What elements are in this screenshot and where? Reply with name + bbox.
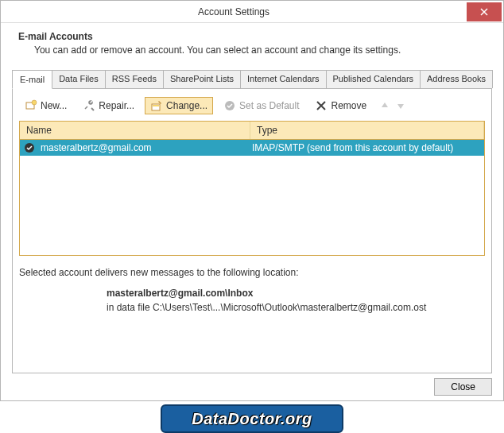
delivery-path: in data file C:\Users\Test\...\Microsoft… — [107, 302, 485, 313]
arrow-up-icon — [380, 101, 390, 110]
remove-button[interactable]: Remove — [309, 97, 372, 114]
new-icon — [25, 99, 37, 112]
tab-sharepoint-lists[interactable]: SharePoint Lists — [163, 70, 241, 88]
svg-point-1 — [32, 100, 37, 105]
checkmark-icon — [223, 99, 236, 112]
list-header: Name Type — [20, 122, 484, 140]
accounts-list: Name Type masteralbertz@gmail.com IMAP/S… — [19, 121, 485, 256]
tab-published-calendars[interactable]: Published Calendars — [326, 70, 421, 88]
remove-icon — [315, 99, 328, 112]
tab-rss-feeds[interactable]: RSS Feeds — [105, 70, 164, 88]
header-heading: E-mail Accounts — [18, 31, 492, 42]
set-default-button[interactable]: Set as Default — [218, 97, 304, 114]
watermark: DataDoctor.org — [161, 404, 343, 433]
close-button[interactable]: Close — [434, 378, 492, 396]
delivery-folder: masteralbertz@gmail.com\Inbox — [107, 288, 485, 299]
account-row[interactable]: masteralbertz@gmail.com IMAP/SMTP (send … — [20, 140, 484, 156]
window-close-button[interactable] — [467, 2, 502, 21]
default-account-icon — [22, 141, 37, 155]
move-up-button[interactable] — [378, 99, 391, 112]
account-settings-window: Account Settings E-mail Accounts You can… — [0, 0, 504, 401]
remove-label: Remove — [331, 100, 366, 111]
change-icon — [150, 99, 163, 112]
new-button[interactable]: New... — [19, 97, 72, 114]
content-area: E-mail Accounts You can add or remove an… — [1, 23, 503, 400]
new-label: New... — [41, 100, 67, 111]
delivery-info: Selected account delivers new messages t… — [19, 267, 485, 313]
delivery-intro: Selected account delivers new messages t… — [19, 267, 485, 278]
set-default-label: Set as Default — [239, 100, 299, 111]
close-icon — [480, 8, 488, 16]
move-down-button[interactable] — [394, 99, 407, 112]
repair-label: Repair... — [99, 100, 134, 111]
account-type: IMAP/SMTP (send from this account by def… — [252, 142, 484, 153]
tab-address-books[interactable]: Address Books — [420, 70, 493, 88]
window-title: Account Settings — [1, 6, 467, 17]
column-header-type[interactable]: Type — [250, 122, 484, 139]
tab-email[interactable]: E-mail — [12, 70, 52, 89]
reorder-arrows — [378, 99, 407, 112]
repair-icon — [83, 99, 95, 112]
arrow-down-icon — [396, 101, 405, 110]
tab-internet-calendars[interactable]: Internet Calendars — [240, 70, 326, 88]
tab-data-files[interactable]: Data Files — [52, 70, 106, 88]
svg-rect-3 — [153, 105, 159, 106]
account-name: masteralbertz@gmail.com — [39, 142, 252, 153]
column-header-name[interactable]: Name — [20, 122, 250, 139]
titlebar: Account Settings — [1, 1, 503, 23]
toolbar: New... Repair... Change... — [19, 95, 485, 121]
tab-strip: E-mail Data Files RSS Feeds SharePoint L… — [12, 70, 492, 89]
header-subheading: You can add or remove an account. You ca… — [34, 44, 492, 56]
header-block: E-mail Accounts You can add or remove an… — [12, 31, 492, 70]
change-button[interactable]: Change... — [145, 97, 213, 114]
footer: Close — [12, 373, 492, 396]
change-label: Change... — [166, 100, 207, 111]
repair-button[interactable]: Repair... — [77, 97, 140, 114]
tab-panel-email: New... Repair... Change... — [12, 89, 492, 373]
